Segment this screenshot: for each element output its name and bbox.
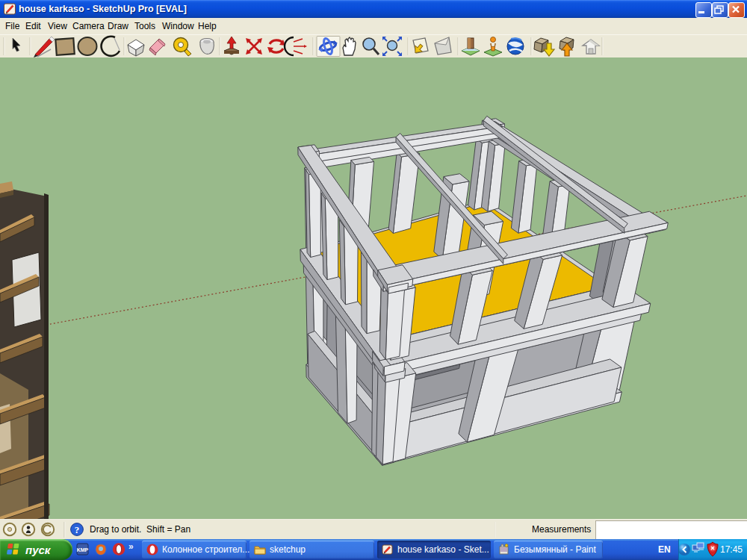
svg-text:»: »	[128, 541, 134, 552]
svg-text:?: ?	[75, 524, 80, 535]
svg-text:KMP: KMP	[77, 547, 89, 553]
svg-text:пуск: пуск	[25, 544, 52, 556]
svg-text:17:45: 17:45	[720, 544, 743, 555]
